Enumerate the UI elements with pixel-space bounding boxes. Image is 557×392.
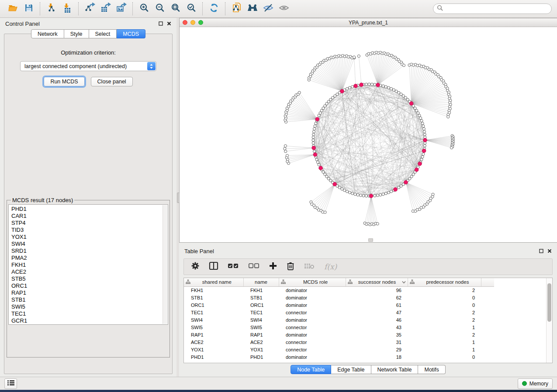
mcds-hub-node[interactable]	[315, 117, 319, 121]
table-row[interactable]: SWI5SWI5connector431	[184, 323, 494, 331]
mcds-result-item[interactable]: PHD1	[11, 206, 168, 213]
vertical-splitter[interactable]	[176, 18, 179, 377]
zoom-out-button[interactable]	[152, 2, 168, 16]
mcds-result-item[interactable]: TEC1	[11, 310, 168, 317]
columns-button[interactable]	[209, 261, 218, 272]
optimization-criterion-select[interactable]: largest connected component (undirected)	[20, 61, 156, 71]
float-panel-icon[interactable]	[159, 20, 163, 28]
mcds-hub-node[interactable]	[376, 83, 380, 87]
mcds-result-item[interactable]: STB5	[11, 275, 168, 282]
mcds-hub-node[interactable]	[394, 188, 398, 192]
hide-details-button[interactable]	[260, 2, 276, 16]
table-row[interactable]: TEC1TEC1connector472	[184, 309, 494, 316]
select-all-button[interactable]	[228, 262, 239, 271]
mcds-result-item[interactable]: ACE2	[11, 268, 168, 275]
tab-network-table[interactable]: Network Table	[371, 365, 419, 374]
mcds-hub-node[interactable]	[333, 182, 337, 186]
mcds-list-scrollbar[interactable]	[163, 205, 167, 324]
add-button[interactable]	[269, 261, 277, 272]
mcds-hub-node[interactable]	[354, 84, 358, 88]
table-row[interactable]: RAP1RAP1dominator352	[184, 331, 494, 338]
table-row[interactable]: PHD1PHD1dominator180	[184, 353, 494, 361]
search-box[interactable]	[433, 3, 552, 14]
mcds-result-item[interactable]: SRD1	[11, 248, 168, 254]
float-panel-icon[interactable]	[539, 247, 543, 255]
deselect-all-button[interactable]	[248, 262, 259, 271]
zoom-fit-button[interactable]	[168, 2, 183, 16]
gear-button[interactable]	[191, 261, 200, 272]
memory-button[interactable]: Memory	[518, 378, 553, 389]
close-panel-button[interactable]: Close panel	[91, 77, 133, 86]
mcds-result-list[interactable]: PHD1CAR1STP4TID3YOX1SWI4SRD1PMA2FKH1ACE2…	[8, 204, 168, 325]
network-window-titlebar[interactable]: YPA_prune.txt_1	[180, 18, 557, 27]
table-row[interactable]: SWI4SWI4dominator462	[184, 316, 494, 323]
mcds-hub-node[interactable]	[415, 168, 419, 172]
run-mcds-button[interactable]: Run MCDS	[44, 77, 84, 86]
mcds-hub-node[interactable]	[312, 146, 316, 150]
mcds-hub-node[interactable]	[313, 153, 317, 157]
search-input[interactable]	[445, 5, 548, 12]
tab-network[interactable]: Network	[31, 29, 64, 38]
mcds-result-item[interactable]: STB1	[11, 296, 168, 303]
mcds-hub-node[interactable]	[404, 180, 408, 184]
delete-table-button[interactable]	[304, 262, 315, 272]
mcds-hub-node[interactable]	[418, 162, 422, 166]
export-image-button[interactable]	[114, 2, 129, 16]
mcds-result-item[interactable]: TID3	[11, 227, 168, 234]
node-table[interactable]: shared namenameMCDS rolesuccessor nodesp…	[183, 278, 553, 363]
table-row[interactable]: ORC1ORC1dominator610	[184, 301, 494, 309]
mcds-result-item[interactable]: STP4	[11, 220, 168, 227]
zoom-in-button[interactable]	[136, 2, 152, 16]
column-header-predecessor-nodes[interactable]: predecessor nodes	[408, 278, 481, 286]
network-graph[interactable]	[180, 27, 557, 242]
mcds-hub-node[interactable]	[369, 194, 373, 198]
column-header-name[interactable]: name	[243, 278, 279, 286]
fx-button[interactable]: f(x)	[324, 262, 337, 271]
mcds-hub-node[interactable]	[423, 138, 427, 142]
export-network-button[interactable]	[82, 2, 98, 16]
mcds-result-item[interactable]: PMA2	[11, 254, 168, 261]
close-panel-icon[interactable]	[547, 247, 552, 255]
mcds-result-item[interactable]: GCR1	[11, 317, 168, 324]
open-folder-button[interactable]	[5, 2, 21, 16]
import-table-button[interactable]	[59, 2, 75, 16]
mcds-result-item[interactable]: SWI5	[11, 303, 168, 310]
zoom-selected-button[interactable]	[183, 2, 199, 16]
table-scrollbar-thumb[interactable]	[547, 283, 551, 322]
horizontal-splitter-grip[interactable]	[368, 238, 373, 242]
mcds-result-item[interactable]: RAP1	[11, 289, 168, 296]
mcds-result-item[interactable]: YOX1	[11, 234, 168, 241]
tab-node-table[interactable]: Node Table	[291, 365, 331, 374]
mcds-result-item[interactable]: CAR1	[11, 213, 168, 220]
table-row[interactable]: ACE2ACE2connector311	[184, 338, 494, 346]
tab-style[interactable]: Style	[64, 29, 89, 38]
table-scrollbar[interactable]	[546, 278, 552, 363]
tab-motifs[interactable]: Motifs	[418, 365, 445, 374]
mcds-hub-node[interactable]	[360, 83, 363, 87]
tab-select[interactable]: Select	[89, 29, 117, 38]
column-header-shared-name[interactable]: shared name	[184, 278, 243, 286]
search-network-button[interactable]	[245, 2, 260, 16]
network-canvas[interactable]	[180, 27, 557, 242]
show-details-button[interactable]	[276, 2, 292, 16]
copy-document-button[interactable]	[229, 2, 245, 16]
tab-mcds[interactable]: MCDS	[117, 29, 145, 38]
table-row[interactable]: YOX1YOX1connector291	[184, 346, 494, 353]
mcds-result-item[interactable]: SWI4	[11, 241, 168, 248]
mcds-hub-node[interactable]	[422, 149, 426, 153]
trash-button[interactable]	[287, 261, 294, 272]
tab-edge-table[interactable]: Edge Table	[331, 365, 371, 374]
refresh-button[interactable]	[206, 2, 222, 16]
mcds-hub-node[interactable]	[319, 166, 323, 170]
export-table-button[interactable]	[98, 2, 114, 16]
close-panel-icon[interactable]	[167, 20, 171, 28]
task-history-button[interactable]	[4, 378, 17, 389]
mcds-result-item[interactable]: ORC1	[11, 282, 168, 289]
mcds-result-item[interactable]: FKH1	[11, 261, 168, 268]
column-header-successor-nodes[interactable]: successor nodes	[346, 278, 408, 286]
table-row[interactable]: STB1STB1dominator620	[184, 294, 494, 301]
mcds-hub-node[interactable]	[340, 89, 344, 93]
table-row[interactable]: FKH1FKH1dominator962	[184, 286, 494, 294]
mcds-hub-node[interactable]	[409, 102, 413, 106]
save-button[interactable]	[21, 2, 37, 16]
